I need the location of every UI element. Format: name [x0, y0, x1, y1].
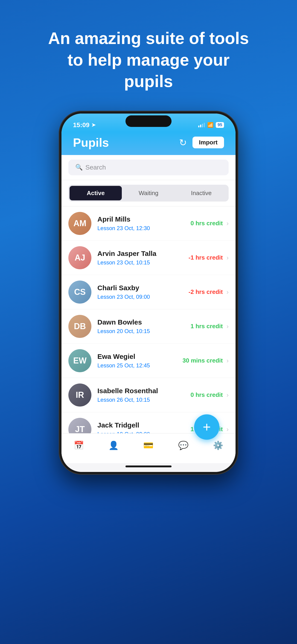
- tab-schedule-icon: 📅: [74, 440, 84, 450]
- list-item[interactable]: EWEwa WegielLesson 25 Oct, 12:4530 mins …: [62, 344, 236, 378]
- segment-control: Active Waiting Inactive: [68, 185, 228, 202]
- pupil-lesson: Lesson 23 Oct, 09:00: [98, 294, 185, 300]
- tab-active[interactable]: Active: [70, 186, 122, 200]
- pupil-name: Dawn Bowles: [98, 318, 187, 326]
- credit-value: -2 hrs credit: [188, 288, 223, 296]
- list-item[interactable]: CSCharli SaxbyLesson 23 Oct, 09:00-2 hrs…: [62, 275, 236, 309]
- tab-pupils[interactable]: 👤: [108, 440, 119, 451]
- status-time: 15:09 ➤: [73, 122, 96, 129]
- pupil-name: Ewa Wegiel: [98, 353, 179, 360]
- content-area: 🔍 Search Active Waiting Inactive AMApril…: [62, 155, 236, 433]
- home-indicator: [62, 463, 236, 472]
- credit-wrap: -2 hrs credit: [185, 288, 223, 296]
- tab-schedule[interactable]: 📅: [74, 440, 84, 451]
- credit-wrap: -1 hrs credit: [185, 254, 223, 261]
- tab-pupils-icon: 👤: [108, 440, 119, 450]
- credit-value: 0 hrs credit: [191, 391, 223, 398]
- tab-messages[interactable]: 💬: [178, 440, 188, 451]
- pupil-name: Arvin Jasper Talla: [98, 250, 185, 258]
- signal-icon: [198, 123, 205, 127]
- avatar: EW: [68, 349, 92, 372]
- pupil-name: Jack Tridgell: [98, 421, 187, 429]
- avatar: AJ: [68, 246, 92, 269]
- avatar: CS: [68, 280, 92, 304]
- chevron-right-icon: ›: [226, 288, 228, 296]
- credit-wrap: 30 mins credit: [179, 357, 223, 364]
- list-item[interactable]: AMApril MillsLesson 23 Oct, 12:300 hrs c…: [62, 206, 236, 241]
- add-pupil-fab[interactable]: +: [194, 414, 220, 440]
- credit-value: 30 mins credit: [182, 357, 223, 364]
- tab-settings[interactable]: ⚙️: [213, 440, 223, 451]
- pupil-lesson: Lesson 23 Oct, 10:15: [98, 259, 185, 266]
- wifi-icon: 📶: [207, 122, 214, 128]
- avatar: AM: [68, 212, 92, 235]
- pupil-name: Charli Saxby: [98, 284, 185, 292]
- list-item[interactable]: AJArvin Jasper TallaLesson 23 Oct, 10:15…: [62, 241, 236, 275]
- chevron-right-icon: ›: [226, 391, 228, 399]
- pupil-info: Jack TridgellLesson 19 Oct, 09:00: [98, 421, 187, 433]
- list-item[interactable]: IRIsabelle RosenthalLesson 26 Oct, 10:15…: [62, 378, 236, 412]
- search-placeholder: Search: [86, 164, 106, 171]
- tab-payments-icon: 💳: [143, 440, 154, 450]
- location-icon: ➤: [92, 122, 96, 128]
- chevron-right-icon: ›: [226, 323, 228, 330]
- chevron-right-icon: ›: [226, 220, 228, 227]
- status-icons: 📶 95: [198, 122, 224, 128]
- pupil-info: Isabelle RosenthalLesson 26 Oct, 10:15: [98, 387, 187, 403]
- page-title: Pupils: [73, 136, 109, 150]
- pupil-info: Arvin Jasper TallaLesson 23 Oct, 10:15: [98, 250, 185, 266]
- credit-value: -1 hrs credit: [188, 254, 223, 261]
- credit-wrap: 0 hrs credit: [187, 391, 223, 398]
- import-button[interactable]: Import: [192, 136, 224, 148]
- pupil-info: April MillsLesson 23 Oct, 12:30: [98, 215, 187, 232]
- pupil-info: Charli SaxbyLesson 23 Oct, 09:00: [98, 284, 185, 300]
- pupil-lesson: Lesson 25 Oct, 12:45: [98, 362, 179, 369]
- avatar: JT: [68, 418, 92, 433]
- nav-actions: ↻ Import: [179, 136, 224, 148]
- list-item[interactable]: DBDawn BowlesLesson 20 Oct, 10:151 hrs c…: [62, 309, 236, 344]
- credit-value: 1 hrs credit: [191, 323, 223, 330]
- search-icon: 🔍: [75, 164, 83, 171]
- hero-text: An amazing suite of tools to help manage…: [45, 28, 252, 92]
- home-bar: [126, 466, 172, 467]
- battery-indicator: 95: [216, 122, 224, 128]
- search-bar[interactable]: 🔍 Search: [68, 160, 228, 175]
- nav-bar: Pupils ↻ Import: [62, 132, 236, 155]
- chevron-right-icon: ›: [226, 254, 228, 262]
- phone-screen: 15:09 ➤ 📶 95 Pupils: [62, 114, 236, 472]
- pupil-info: Dawn BowlesLesson 20 Oct, 10:15: [98, 318, 187, 334]
- avatar: DB: [68, 315, 92, 338]
- pupil-info: Ewa WegielLesson 25 Oct, 12:45: [98, 353, 179, 369]
- avatar: IR: [68, 384, 92, 406]
- pupil-lesson: Lesson 20 Oct, 10:15: [98, 328, 187, 334]
- tab-messages-icon: 💬: [178, 440, 188, 450]
- pupils-list: AMApril MillsLesson 23 Oct, 12:300 hrs c…: [62, 206, 236, 433]
- tab-inactive[interactable]: Inactive: [175, 186, 228, 200]
- phone-mockup: 15:09 ➤ 📶 95 Pupils: [59, 111, 238, 475]
- credit-wrap: 1 hrs credit: [187, 323, 223, 330]
- refresh-icon[interactable]: ↻: [179, 137, 187, 148]
- pupil-lesson: Lesson 19 Oct, 09:00: [98, 431, 187, 433]
- pupil-lesson: Lesson 26 Oct, 10:15: [98, 397, 187, 403]
- tab-payments[interactable]: 💳: [143, 440, 154, 451]
- search-container: 🔍 Search: [62, 155, 236, 180]
- chevron-right-icon: ›: [226, 426, 228, 433]
- credit-wrap: 0 hrs credit: [187, 220, 223, 227]
- hero-section: An amazing suite of tools to help manage…: [0, 0, 297, 475]
- dynamic-island: [126, 116, 172, 127]
- chevron-right-icon: ›: [226, 357, 228, 364]
- filter-tabs: Active Waiting Inactive: [62, 180, 236, 206]
- credit-value: 0 hrs credit: [191, 220, 223, 227]
- pupil-name: Isabelle Rosenthal: [98, 387, 187, 395]
- pupil-name: April Mills: [98, 215, 187, 223]
- time-display: 15:09: [73, 122, 90, 129]
- tab-settings-icon: ⚙️: [213, 440, 223, 450]
- tab-waiting[interactable]: Waiting: [122, 186, 174, 200]
- pupil-lesson: Lesson 23 Oct, 12:30: [98, 225, 187, 232]
